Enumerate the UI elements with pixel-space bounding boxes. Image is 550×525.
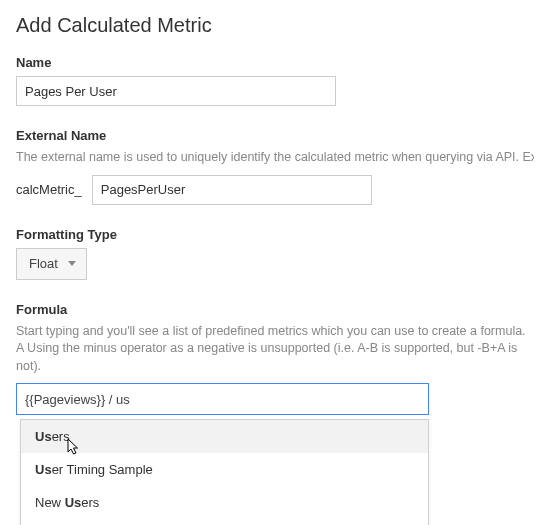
page-title: Add Calculated Metric: [16, 14, 534, 37]
name-section: Name: [16, 55, 534, 106]
autocomplete-item[interactable]: User Timing (ms): [21, 519, 428, 525]
autocomplete-item[interactable]: New Users: [21, 486, 428, 519]
formula-help: Start typing and you'll see a list of pr…: [16, 323, 534, 376]
external-name-help: The external name is used to uniquely id…: [16, 149, 534, 167]
external-name-label: External Name: [16, 128, 534, 143]
formula-section: Formula Start typing and you'll see a li…: [16, 302, 534, 526]
external-name-prefix: calcMetric_: [16, 182, 82, 197]
formatting-type-value: Float: [29, 256, 58, 271]
autocomplete-item[interactable]: User Timing Sample: [21, 453, 428, 486]
formatting-type-section: Formatting Type Float: [16, 227, 534, 280]
external-name-input[interactable]: [92, 175, 372, 205]
chevron-down-icon: [68, 261, 76, 266]
name-input[interactable]: [16, 76, 336, 106]
autocomplete-item[interactable]: Users: [21, 420, 428, 453]
formatting-type-select[interactable]: Float: [16, 248, 87, 280]
formula-autocomplete: UsersUser Timing SampleNew UsersUser Tim…: [20, 419, 429, 525]
name-label: Name: [16, 55, 534, 70]
formula-input[interactable]: [16, 383, 429, 415]
external-name-section: External Name The external name is used …: [16, 128, 534, 205]
formula-label: Formula: [16, 302, 534, 317]
formatting-type-label: Formatting Type: [16, 227, 534, 242]
